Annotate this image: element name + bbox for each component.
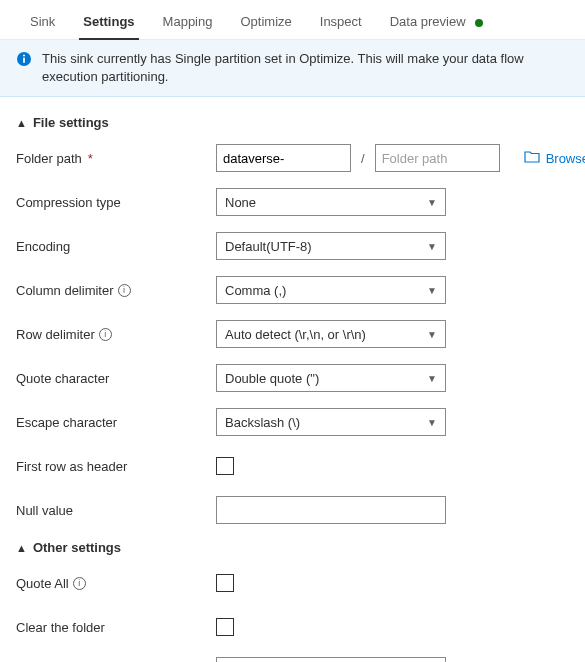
section-file-settings-label: File settings (33, 115, 109, 130)
info-icon[interactable]: i (118, 284, 131, 297)
folder-container-input[interactable] (216, 144, 351, 172)
tab-inspect[interactable]: Inspect (306, 8, 376, 39)
label-null-value: Null value (16, 503, 73, 518)
escape-character-value: Backslash (\) (225, 415, 300, 430)
row-delimiter-value: Auto detect (\r,\n, or \r\n) (225, 327, 366, 342)
label-first-row-header: First row as header (16, 459, 127, 474)
quote-character-select[interactable]: Double quote (") ▼ (216, 364, 446, 392)
quote-character-value: Double quote (") (225, 371, 319, 386)
chevron-down-icon: ▼ (427, 241, 437, 252)
chevron-down-icon: ▼ (427, 329, 437, 340)
column-delimiter-select[interactable]: Comma (,) ▼ (216, 276, 446, 304)
null-value-input[interactable] (216, 496, 446, 524)
chevron-down-icon: ▼ (427, 373, 437, 384)
label-clear-folder: Clear the folder (16, 620, 105, 635)
compression-type-value: None (225, 195, 256, 210)
section-other-settings-label: Other settings (33, 540, 121, 555)
encoding-select[interactable]: Default(UTF-8) ▼ (216, 232, 446, 260)
folder-path-input[interactable]: Folder path (375, 144, 500, 172)
browse-button[interactable]: Browse (524, 150, 585, 167)
tab-mapping[interactable]: Mapping (149, 8, 227, 39)
tab-settings[interactable]: Settings (69, 8, 148, 39)
info-message-bar: This sink currently has Single partition… (0, 40, 585, 97)
status-dot-icon (475, 19, 483, 27)
quote-all-checkbox[interactable] (216, 574, 234, 592)
column-delimiter-value: Comma (,) (225, 283, 286, 298)
tab-data-preview-label: Data preview (390, 14, 466, 29)
chevron-icon: ▲ (16, 542, 27, 554)
row-delimiter-select[interactable]: Auto detect (\r,\n, or \r\n) ▼ (216, 320, 446, 348)
section-file-settings[interactable]: ▲ File settings (16, 115, 569, 130)
folder-icon (524, 150, 540, 167)
tab-sink[interactable]: Sink (16, 8, 69, 39)
chevron-down-icon: ▼ (427, 417, 437, 428)
tab-bar: Sink Settings Mapping Optimize Inspect D… (0, 0, 585, 40)
escape-character-select[interactable]: Backslash (\) ▼ (216, 408, 446, 436)
tab-data-preview[interactable]: Data preview (376, 8, 498, 39)
section-other-settings[interactable]: ▲ Other settings (16, 540, 569, 555)
required-indicator: * (88, 151, 93, 166)
compression-type-select[interactable]: None ▼ (216, 188, 446, 216)
label-folder-path: Folder path (16, 151, 82, 166)
clear-folder-checkbox[interactable] (216, 618, 234, 636)
info-icon[interactable]: i (99, 328, 112, 341)
label-compression-type: Compression type (16, 195, 121, 210)
label-quote-character: Quote character (16, 371, 109, 386)
svg-rect-2 (23, 58, 25, 64)
label-column-delimiter: Column delimiter (16, 283, 114, 298)
label-escape-character: Escape character (16, 415, 117, 430)
chevron-down-icon: ▼ (427, 285, 437, 296)
label-row-delimiter: Row delimiter (16, 327, 95, 342)
info-icon (16, 51, 32, 72)
first-row-header-checkbox[interactable] (216, 457, 234, 475)
chevron-down-icon: ▼ (427, 197, 437, 208)
browse-label: Browse (546, 151, 585, 166)
info-text: This sink currently has Single partition… (42, 50, 569, 86)
label-encoding: Encoding (16, 239, 70, 254)
info-icon[interactable]: i (73, 577, 86, 590)
chevron-icon: ▲ (16, 117, 27, 129)
file-name-option-select[interactable]: Output to single file ▼ (216, 657, 446, 662)
label-quote-all: Quote All (16, 576, 69, 591)
encoding-value: Default(UTF-8) (225, 239, 312, 254)
svg-point-1 (23, 55, 25, 57)
tab-optimize[interactable]: Optimize (226, 8, 305, 39)
path-separator: / (357, 151, 369, 166)
